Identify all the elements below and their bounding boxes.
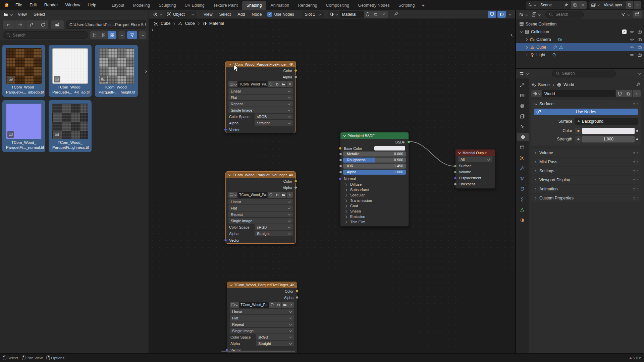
tab-animation[interactable]: Animation — [266, 1, 294, 10]
metallic-input-socket[interactable] — [339, 153, 342, 156]
back-button[interactable] — [3, 20, 14, 29]
copy-icon[interactable] — [625, 1, 633, 9]
panel-viewport-display[interactable]: Viewport Display — [531, 176, 641, 184]
file-item-roughness[interactable]: TCom_Wood_ ParquetFi...ghness.tif — [49, 100, 92, 152]
animate-dot[interactable] — [636, 138, 638, 140]
breadcrumb-scene[interactable]: Scene — [538, 82, 550, 87]
panel-volume[interactable]: Volume — [531, 149, 641, 157]
alpha-mode-dropdown[interactable]: Straight — [256, 341, 294, 346]
color-output-socket[interactable] — [294, 180, 297, 183]
properties-options-dropdown[interactable] — [638, 72, 641, 75]
principled-bsdf-node[interactable]: Principled BSDF BSDF Base Color Metallic… — [340, 132, 409, 227]
color-output-socket[interactable] — [296, 290, 299, 293]
thickness-input-socket[interactable] — [454, 183, 457, 186]
source-dropdown[interactable]: Single Image — [230, 328, 294, 334]
fb-menu-view[interactable]: View — [15, 12, 30, 17]
panel-settings[interactable]: Settings — [531, 167, 641, 175]
roughness-slider[interactable]: Roughness0.500 — [343, 158, 406, 163]
vector-input-socket[interactable] — [224, 128, 227, 131]
tab-view-layer[interactable] — [517, 112, 527, 120]
alpha-output-socket[interactable] — [294, 75, 297, 78]
pin-icon[interactable] — [636, 82, 641, 88]
base-color-input-socket[interactable] — [339, 147, 342, 150]
pin-icon[interactable] — [562, 1, 571, 9]
menu-help[interactable]: Help — [84, 0, 100, 10]
surface-shader-field[interactable]: Background — [575, 118, 638, 125]
panel-grip[interactable] — [633, 188, 638, 190]
panel-grip[interactable] — [633, 179, 638, 181]
source-dropdown[interactable]: Single Image — [228, 107, 293, 113]
image-name-field[interactable]: TCom_Wood_Pa... — [237, 81, 267, 87]
tab-geometry-nodes[interactable]: Geometry Nodes — [354, 1, 394, 10]
target-dropdown[interactable]: All — [458, 157, 492, 162]
surface-panel-header[interactable]: Surface — [531, 100, 641, 108]
material-slot-dropdown[interactable]: Slot 1 — [302, 11, 324, 18]
ne-menu-select[interactable]: Select — [216, 12, 234, 17]
color-output-socket[interactable] — [294, 69, 297, 72]
close-icon[interactable]: × — [633, 1, 641, 9]
extension-dropdown[interactable]: Repeat — [230, 321, 294, 327]
ne-menu-view[interactable]: View — [201, 12, 216, 17]
color-space-dropdown[interactable]: sRGB — [255, 114, 293, 119]
editor-type-button[interactable] — [2, 11, 14, 18]
panel-mist-pass[interactable]: Mist Pass — [531, 158, 641, 166]
tab-rendering[interactable]: Rendering — [293, 1, 322, 10]
display-settings-dropdown[interactable] — [118, 31, 125, 39]
tab-compositing[interactable]: Compositing — [322, 1, 354, 10]
image-name-field[interactable]: TCom_Wood_Pa... — [237, 192, 267, 198]
section-coat[interactable]: Coat — [340, 203, 409, 208]
section-transmission[interactable]: Transmission — [340, 198, 409, 203]
strength-slider[interactable]: 1.000 — [582, 136, 635, 142]
use-nodes-checkbox[interactable]: ✓ Use Nodes — [267, 12, 294, 17]
menu-window[interactable]: Window — [62, 0, 84, 10]
tab-particles[interactable] — [517, 175, 527, 183]
ior-input-socket[interactable] — [339, 165, 342, 168]
blender-logo-icon[interactable] — [0, 0, 12, 10]
display-thumbnails-icon[interactable] — [108, 31, 116, 39]
fb-menu-select[interactable]: Select — [31, 12, 48, 17]
section-diffuse[interactable]: Diffuse — [340, 182, 409, 187]
image-name-field[interactable]: TCom_Wood_Pa... — [239, 302, 269, 308]
projection-dropdown[interactable]: Flat — [228, 205, 293, 211]
exclude-checkbox[interactable]: ✓ — [622, 29, 627, 34]
close-ic[interactable]: × — [286, 192, 293, 198]
close-icon[interactable]: × — [579, 1, 587, 9]
projection-dropdown[interactable]: Flat — [230, 315, 294, 321]
tab-world[interactable] — [517, 133, 529, 141]
image-texture-node-3[interactable]: TCom_Wood_ParquetFiveFinger_4K_h... Colo… — [227, 281, 297, 353]
interpolation-dropdown[interactable]: Linear — [230, 309, 294, 314]
image-texture-node-2[interactable]: TCom_Wood_ParquetFiveFinger_4K_a... Colo… — [225, 171, 296, 244]
file-path-field[interactable]: C:\Users\Jonathan\Pict...Parquet Floor 5… — [66, 20, 146, 29]
interpolation-dropdown[interactable]: Linear — [228, 88, 293, 94]
projection-dropdown[interactable]: Flat — [228, 95, 293, 100]
sidebar-expand-arrow[interactable] — [510, 34, 513, 37]
horizontal-scrollbar[interactable] — [221, 351, 295, 352]
scene-icon[interactable] — [526, 1, 538, 9]
refresh-button[interactable] — [37, 20, 48, 29]
menu-render[interactable]: Render — [41, 0, 62, 10]
outliner-row-collection[interactable]: Collection ✓ — [516, 28, 644, 36]
display-horizontal-list-icon[interactable] — [99, 31, 108, 39]
shader-type-dropdown[interactable]: Object — [165, 11, 197, 18]
shield-icon[interactable] — [269, 302, 275, 308]
copy-icon[interactable] — [372, 11, 380, 18]
open-folder-icon[interactable] — [280, 81, 286, 87]
snapping-toggle[interactable] — [488, 11, 496, 18]
display-vertical-list-icon[interactable] — [90, 31, 99, 39]
outliner-row-cube[interactable]: Cube — [516, 43, 644, 51]
region-expand-arrow[interactable] — [145, 70, 148, 73]
shield-icon[interactable] — [615, 90, 624, 97]
file-item-ao[interactable]: TCom_Wood_ ParquetFi..._4K_ao.tif — [49, 45, 92, 97]
section-subsurface[interactable]: Subsurface — [340, 187, 409, 192]
section-thin-film[interactable]: Thin Film — [340, 219, 409, 225]
strength-socket-button[interactable] — [575, 136, 582, 142]
viewlayer-name[interactable]: ViewLayer — [602, 1, 625, 9]
tab-texture-paint[interactable]: Texture Paint — [209, 1, 242, 10]
close-icon[interactable]: × — [288, 302, 294, 308]
disable-render-icon[interactable] — [637, 53, 642, 57]
disable-render-icon[interactable] — [637, 37, 642, 42]
material-name-field[interactable]: Material — [340, 11, 364, 18]
menu-file[interactable]: File — [12, 0, 26, 10]
open-folder-icon[interactable] — [281, 302, 288, 308]
tab-layout[interactable]: Layout — [107, 1, 129, 10]
